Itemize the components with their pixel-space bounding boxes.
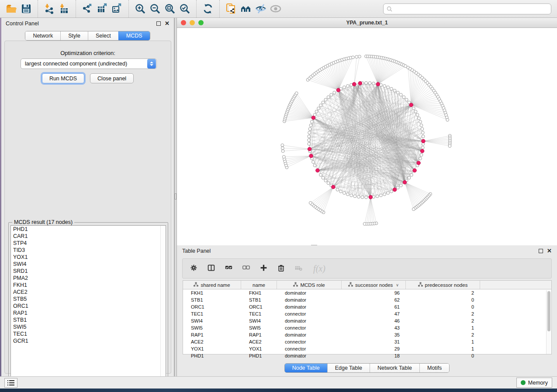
network-node[interactable]: [308, 127, 311, 131]
zoom-in-icon[interactable]: [133, 2, 148, 16]
network-node[interactable]: [327, 96, 330, 99]
network-node[interactable]: [422, 139, 426, 143]
network-node[interactable]: [399, 184, 402, 187]
network-node[interactable]: [309, 154, 313, 158]
network-node[interactable]: [313, 164, 316, 167]
close-panel-icon[interactable]: ✕: [165, 21, 170, 26]
network-node[interactable]: [336, 188, 339, 191]
optimization-criterion-dropdown[interactable]: largest connected component (undirected): [21, 58, 157, 69]
network-node[interactable]: [422, 135, 425, 138]
zoom-out-icon[interactable]: [148, 2, 163, 16]
network-graph-canvas[interactable]: [177, 28, 557, 245]
column-header-successor-nodes[interactable]: successor nodes∨: [342, 281, 406, 289]
mcds-result-item[interactable]: TEC1: [11, 330, 166, 337]
mcds-result-list[interactable]: PHD1CAR1STP4TID3YOX1SWI4SRD1PMA2FKH1ACE2…: [10, 225, 166, 381]
hide-selected-icon[interactable]: [253, 2, 268, 16]
mcds-result-item[interactable]: SRD1: [11, 268, 166, 275]
network-node[interactable]: [365, 196, 368, 199]
network-node[interactable]: [383, 193, 386, 196]
network-node[interactable]: [324, 179, 327, 182]
table-row[interactable]: RAP1RAP1dominator352: [183, 331, 551, 338]
network-node[interactable]: [446, 118, 449, 121]
network-node[interactable]: [324, 98, 327, 101]
table-scrollbar[interactable]: [546, 290, 551, 354]
network-node[interactable]: [420, 149, 424, 153]
network-node[interactable]: [311, 116, 315, 120]
network-node[interactable]: [339, 190, 343, 193]
import-network-icon[interactable]: [42, 2, 57, 16]
network-node[interactable]: [352, 83, 356, 86]
network-node[interactable]: [383, 85, 386, 88]
network-node[interactable]: [396, 91, 399, 94]
network-node[interactable]: [343, 86, 346, 89]
network-node[interactable]: [399, 93, 402, 96]
neighbors-icon[interactable]: [239, 2, 253, 16]
mcds-result-item[interactable]: YOX1: [11, 254, 166, 261]
network-node[interactable]: [405, 98, 408, 101]
select-all-icon[interactable]: [224, 263, 235, 274]
network-node[interactable]: [316, 168, 320, 172]
duplicate-network-icon[interactable]: [224, 2, 239, 16]
network-node[interactable]: [380, 194, 383, 197]
tab-network[interactable]: Network: [25, 31, 60, 40]
table-scrollbar-thumb[interactable]: [547, 291, 550, 331]
network-node[interactable]: [393, 89, 396, 92]
mcds-result-item[interactable]: PHD1: [11, 226, 166, 233]
memory-button[interactable]: Memory: [516, 378, 552, 388]
mcds-result-item[interactable]: FKH1: [11, 282, 166, 289]
table-tab-node-table[interactable]: Node Table: [285, 364, 327, 372]
tab-style[interactable]: Style: [60, 31, 88, 40]
import-table-icon[interactable]: [57, 2, 72, 16]
network-node[interactable]: [333, 91, 336, 94]
network-node[interactable]: [419, 120, 422, 123]
table-close-panel-icon[interactable]: ✕: [547, 249, 552, 253]
mcds-result-item[interactable]: GCR1: [11, 337, 166, 344]
network-node[interactable]: [355, 55, 358, 58]
network-node[interactable]: [393, 188, 397, 192]
column-header-shared-name[interactable]: shared name: [183, 281, 241, 289]
table-row[interactable]: ACE2ACE2connector311: [183, 338, 551, 345]
network-window-titlebar[interactable]: YPA_prune.txt_1: [177, 18, 557, 28]
table-row[interactable]: FKH1FKH1dominator962: [183, 289, 551, 296]
table-float-panel-icon[interactable]: [539, 249, 543, 253]
table-row[interactable]: YOX1YOX1connector291: [183, 345, 551, 352]
network-node[interactable]: [312, 161, 315, 164]
network-node[interactable]: [358, 55, 361, 58]
mcds-result-item[interactable]: STB1: [11, 316, 166, 323]
folder-open-icon[interactable]: [4, 2, 19, 16]
network-node[interactable]: [358, 81, 362, 85]
vertical-splitter-handle[interactable]: [175, 193, 176, 199]
network-node[interactable]: [281, 147, 284, 150]
mcds-result-item[interactable]: CAR1: [11, 233, 166, 240]
network-node[interactable]: [327, 182, 330, 185]
network-node[interactable]: [346, 85, 349, 88]
network-node[interactable]: [412, 208, 415, 211]
task-history-button[interactable]: [4, 378, 17, 388]
mcds-result-item[interactable]: STP4: [11, 240, 166, 247]
network-node[interactable]: [372, 82, 375, 85]
network-node[interactable]: [308, 139, 311, 142]
network-node[interactable]: [357, 195, 360, 198]
network-node[interactable]: [408, 176, 411, 179]
mcds-result-item[interactable]: RAP1: [11, 309, 166, 316]
network-node[interactable]: [403, 180, 407, 184]
table-row[interactable]: TEC1TEC1connector472: [183, 310, 551, 317]
delete-column-icon[interactable]: [276, 263, 287, 274]
mcds-result-item[interactable]: PMA2: [11, 275, 166, 282]
network-node[interactable]: [343, 192, 346, 195]
network-node[interactable]: [350, 194, 353, 197]
network-node[interactable]: [346, 193, 349, 196]
network-node[interactable]: [448, 144, 451, 148]
mcds-result-item[interactable]: STB5: [11, 296, 166, 303]
mcds-result-item[interactable]: SWI4: [11, 261, 166, 268]
add-column-icon[interactable]: [259, 263, 270, 274]
table-tab-edge-table[interactable]: Edge Table: [327, 364, 370, 372]
network-node[interactable]: [309, 124, 312, 127]
network-node[interactable]: [418, 117, 421, 120]
network-node[interactable]: [414, 110, 417, 113]
network-node[interactable]: [369, 195, 373, 199]
save-icon[interactable]: [19, 2, 34, 16]
network-node[interactable]: [420, 154, 423, 157]
network-node[interactable]: [315, 110, 318, 113]
mcds-result-item[interactable]: SWI5: [11, 323, 166, 330]
